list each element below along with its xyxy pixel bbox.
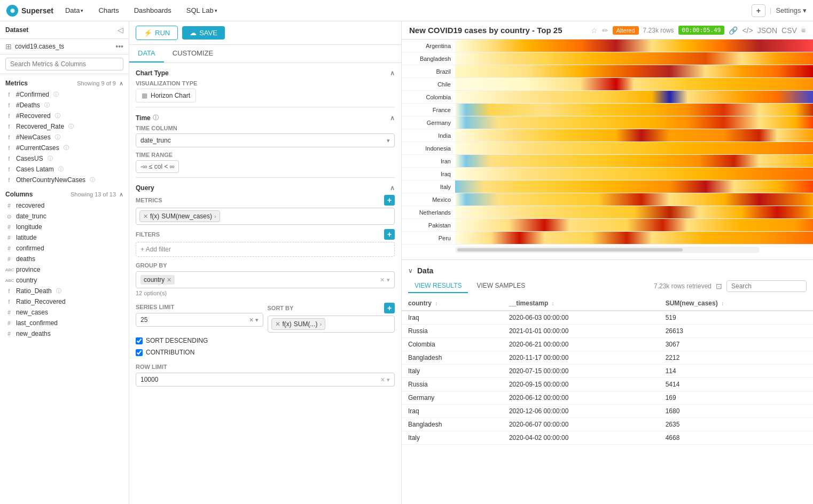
metric-item-currentcases[interactable]: f #CurrentCases ⓘ: [0, 143, 129, 153]
star-icon[interactable]: ☆: [591, 26, 598, 35]
dataset-name-text[interactable]: covid19.cases_ts: [15, 43, 64, 50]
metric-expand-icon[interactable]: ›: [214, 213, 216, 219]
metric-item-othercountry[interactable]: f OtherCountryNewCases ⓘ: [0, 175, 129, 185]
cell-timestamp: 2020-04-02 00:00:00: [503, 431, 659, 445]
run-button[interactable]: ⚡ RUN: [136, 26, 178, 40]
new-button[interactable]: +: [752, 4, 765, 17]
cell-timestamp: 2020-11-17 00:00:00: [503, 351, 659, 365]
tab-view-samples[interactable]: VIEW SAMPLES: [470, 279, 531, 293]
add-metric-button[interactable]: +: [384, 195, 395, 206]
column-new-deaths[interactable]: #new_deaths: [0, 328, 129, 339]
info-icon: ⓘ: [68, 123, 74, 130]
column-ratio-death[interactable]: fRatio_Deathⓘ: [0, 286, 129, 296]
column-confirmed[interactable]: #confirmed: [0, 243, 129, 254]
col-header-timestamp[interactable]: __timestamp ↕: [503, 296, 659, 311]
filters-block: FILTERS + + Add filter: [136, 229, 395, 257]
group-by-tag[interactable]: country ✕: [140, 275, 175, 285]
tab-data[interactable]: DATA: [129, 45, 164, 62]
column-deaths[interactable]: #deaths: [0, 254, 129, 264]
cell-timestamp: 2020-06-07 00:00:00: [503, 418, 659, 431]
groupby-clear-icon[interactable]: ✕: [380, 277, 385, 284]
nav-sqllab[interactable]: SQL Lab ▾: [183, 6, 221, 14]
column-ratio-recovered[interactable]: fRatio_Recovered: [0, 296, 129, 307]
code-icon[interactable]: </>: [742, 26, 753, 35]
edit-icon[interactable]: ✏: [602, 26, 608, 35]
col-header-sum[interactable]: SUM(new_cases) ↕: [659, 296, 813, 311]
contribution-checkbox[interactable]: [136, 349, 143, 356]
metric-item-caseslatam[interactable]: f Cases Latam ⓘ: [0, 164, 129, 175]
collapse-left-icon[interactable]: ◁: [118, 26, 123, 34]
column-latitude[interactable]: #latitude: [0, 232, 129, 243]
data-search-input[interactable]: [726, 280, 807, 292]
chart-row-india: India: [402, 129, 813, 142]
logo[interactable]: ◉ Superset: [6, 5, 53, 17]
add-filter-button[interactable]: +: [384, 229, 395, 240]
metric-item-casesus[interactable]: f CasesUS ⓘ: [0, 153, 129, 164]
query-collapse-icon[interactable]: ∧: [390, 184, 395, 192]
column-date-trunc[interactable]: ⊙date_trunc: [0, 211, 129, 222]
series-limit-chevron-icon[interactable]: ▾: [255, 317, 259, 324]
metric-item-newcases[interactable]: f #NewCases ⓘ: [0, 132, 129, 143]
cell-country: Bangladesh: [402, 418, 503, 431]
middle-scroll: Chart Type ∧ VISUALIZATION TYPE ▦ Horizo…: [129, 63, 401, 504]
tab-customize[interactable]: CUSTOMIZE: [164, 45, 222, 62]
column-longitude[interactable]: #longitude: [0, 222, 129, 232]
dataset-more-icon[interactable]: •••: [115, 42, 123, 51]
metric-item-recovered[interactable]: f #Recovered ⓘ: [0, 111, 129, 121]
nav-charts[interactable]: Charts: [95, 6, 122, 14]
settings-menu[interactable]: Settings ▾: [776, 6, 807, 14]
data-section-header[interactable]: ∨ Data: [402, 264, 813, 279]
series-limit-clear-icon[interactable]: ✕: [249, 317, 254, 324]
groupby-chevron-icon[interactable]: ▾: [387, 277, 390, 284]
time-collapse-icon[interactable]: ∧: [390, 114, 395, 122]
tab-view-results[interactable]: VIEW RESULTS: [408, 279, 468, 293]
series-limit-input[interactable]: 25 ✕ ▾: [136, 313, 263, 327]
sort-tag[interactable]: ✕ f(x) SUM(...) ›: [271, 318, 326, 330]
sort-descending-checkbox[interactable]: [136, 337, 143, 344]
remove-sort-icon[interactable]: ✕: [275, 320, 280, 328]
column-recovered[interactable]: #recovered: [0, 200, 129, 211]
time-range-selector[interactable]: -∞ ≤ col < ∞: [136, 160, 179, 173]
time-column-select[interactable]: date_trunc ▾: [136, 133, 395, 147]
viz-type-selector[interactable]: ▦ Horizon Chart: [136, 89, 196, 103]
add-filter-placeholder[interactable]: + Add filter: [136, 242, 395, 257]
info-icon: ⓘ: [55, 112, 60, 120]
column-new-cases[interactable]: #new_cases: [0, 307, 129, 318]
metric-item-deaths[interactable]: f #Deaths ⓘ: [0, 100, 129, 111]
copy-icon[interactable]: ⊡: [716, 282, 722, 290]
nav-dashboards[interactable]: Dashboards: [131, 6, 175, 14]
remove-groupby-icon[interactable]: ✕: [167, 277, 171, 284]
column-province[interactable]: ABCprovince: [0, 264, 129, 275]
remove-metric-icon[interactable]: ✕: [143, 213, 148, 220]
nav-data[interactable]: Data ▾: [62, 6, 87, 14]
more-icon[interactable]: ≡: [801, 26, 806, 35]
chart-scrollbar[interactable]: [455, 247, 760, 253]
sort-by-box: SORT BY + ✕ f(x) SUM(...) ›: [268, 303, 395, 333]
metric-item-recovered-rate[interactable]: f Recovered_Rate ⓘ: [0, 121, 129, 132]
search-input[interactable]: [5, 58, 123, 70]
add-sort-button[interactable]: +: [384, 303, 395, 313]
metrics-collapse-icon[interactable]: ∧: [119, 80, 123, 87]
group-by-input[interactable]: country ✕ ✕ ▾: [136, 271, 395, 288]
json-icon[interactable]: JSON: [757, 26, 777, 35]
chart-type-collapse-icon[interactable]: ∧: [390, 69, 395, 77]
columns-collapse-icon[interactable]: ∧: [119, 191, 123, 198]
row-limit-input[interactable]: 10000 ✕ ▾: [136, 373, 395, 387]
metric-item-confirmed[interactable]: f #Confirmed ⓘ: [0, 89, 129, 100]
row-limit-chevron-icon[interactable]: ▾: [387, 376, 390, 383]
series-limit-label: SERIES LIMIT: [136, 304, 174, 310]
chart-title: New COVID19 cases by country - Top 25: [409, 26, 587, 35]
column-last-confirmed[interactable]: #last_confirmed: [0, 318, 129, 328]
metric-tag-sum-new-cases[interactable]: ✕ f(x) SUM(new_cases) ›: [139, 210, 220, 222]
data-collapse-icon[interactable]: ∨: [408, 267, 413, 274]
save-button[interactable]: ☁ SAVE: [182, 26, 225, 40]
column-country[interactable]: ABCcountry: [0, 275, 129, 286]
sort-expand-icon[interactable]: ›: [320, 321, 322, 327]
sort-by-label: SORT BY: [268, 305, 294, 311]
csv-icon[interactable]: CSV: [781, 26, 797, 35]
share-icon[interactable]: 🔗: [729, 26, 738, 35]
row-limit-clear-icon[interactable]: ✕: [380, 376, 385, 383]
cell-sum: 3067: [659, 338, 813, 351]
metrics-showing: Showing 9 of 9: [77, 80, 116, 86]
col-header-country[interactable]: country ↕: [402, 296, 503, 311]
